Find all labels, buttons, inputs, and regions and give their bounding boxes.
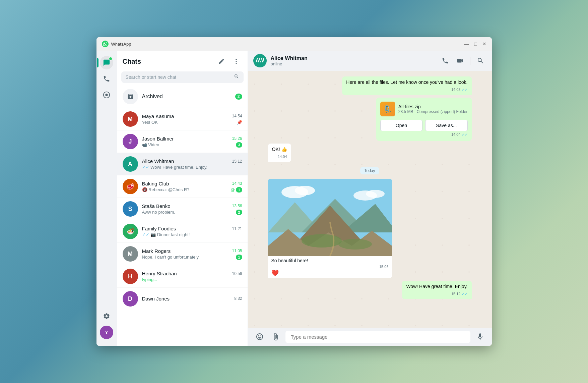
chat-name-maya: Maya Kasuma [142, 113, 174, 119]
chat-name-dawn: Dawn Jones [142, 296, 170, 302]
svg-point-16 [338, 239, 372, 250]
chat-item-family[interactable]: 🍜 Family Foodies 11:21 ✓✓ 📷 Dinner last … [117, 220, 248, 243]
svg-point-7 [295, 186, 315, 195]
file-bubble: 🗜️ All-files.zip 23.5 MB · Compressed (z… [376, 98, 472, 141]
chat-time-baking: 14:43 [232, 181, 242, 186]
chat-list-panel: Chats [117, 51, 248, 346]
svg-point-15 [302, 234, 342, 248]
maximize-button[interactable]: □ [474, 41, 477, 47]
msg-text-1: Here are all the files. Let me know once… [346, 79, 467, 85]
chat-item-jason[interactable]: J Jason Ballmer 15:26 📹 Video 3 [117, 130, 248, 153]
chats-badge [109, 57, 113, 61]
chat-time-henry: 10:56 [232, 271, 242, 276]
chat-item-baking[interactable]: 🥩 Baking Club 14:43 🔇 Rebecca: @Chris R?… [117, 175, 248, 198]
unread-badge-mark: 1 [236, 255, 242, 260]
header-divider [470, 57, 470, 65]
sidebar-item-calls[interactable] [100, 72, 113, 86]
message-input[interactable] [285, 331, 470, 343]
svg-point-2 [236, 59, 237, 60]
chat-item-stasa[interactable]: S Staša Benko 13:56 Aww no problem. 2 [117, 198, 248, 220]
photo-time: 15:06 [271, 265, 389, 269]
file-name: All-files.zip [398, 104, 468, 109]
icon-sidebar: Y [96, 51, 117, 346]
mic-button[interactable] [474, 330, 486, 343]
messages-area: Here are all the files. Let me know once… [248, 71, 492, 328]
emoji-button[interactable] [253, 330, 266, 343]
chat-list-title: Chats [123, 58, 141, 65]
sidebar-item-chats[interactable] [100, 56, 113, 69]
minimize-button[interactable]: — [464, 41, 469, 47]
chat-info-mark: Mark Rogers 11:05 Nope. I can't go unfor… [142, 248, 242, 260]
chat-header-name: Alice Whitman [271, 55, 439, 61]
chat-info-jason: Jason Ballmer 15:26 📹 Video 3 [142, 136, 242, 148]
app-title: WhatsApp [111, 42, 464, 47]
chat-list-header: Chats [117, 51, 248, 70]
save-file-button[interactable]: Save as... [425, 120, 467, 131]
archive-icon [123, 89, 138, 104]
sidebar-item-settings[interactable] [100, 310, 113, 323]
file-actions: Open Save as... [380, 120, 468, 131]
window-controls: — □ ✕ [464, 41, 486, 47]
avatar-mark: M [123, 246, 138, 262]
search-input-wrap [121, 71, 244, 83]
video-call-button[interactable] [454, 55, 466, 67]
chat-name-family: Family Foodies [142, 226, 176, 231]
svg-point-4 [236, 63, 237, 64]
avatar-jason: J [123, 134, 138, 149]
open-file-button[interactable]: Open [380, 120, 422, 131]
chat-name-jason: Jason Ballmer [142, 136, 174, 142]
new-chat-button[interactable] [215, 55, 227, 67]
chat-msg-henry: typing... [142, 277, 157, 282]
msg-received-wrap: OK! 👍 14:04 [268, 144, 472, 162]
chat-time-mark: 11:05 [232, 249, 242, 253]
active-indicator [97, 58, 99, 67]
chat-panel: AW Alice Whitman online [248, 51, 492, 346]
chat-name-alice: Alice Whitman [142, 158, 174, 164]
svg-point-3 [236, 61, 237, 62]
file-msg-time: 14:04 ✓✓ [380, 132, 468, 137]
avatar-baking: 🥩 [123, 179, 138, 194]
avatar-family: 🍜 [123, 224, 138, 239]
chat-time-maya: 14:54 [232, 114, 242, 118]
call-button[interactable] [439, 55, 451, 67]
msg-time-received-1: 14:04 [272, 154, 287, 159]
title-bar: WhatsApp — □ ✕ [96, 37, 492, 51]
msg-time-sent-2: 15:12 ✓✓ [406, 291, 467, 296]
chat-name-baking: Baking Club [142, 181, 169, 186]
search-input[interactable] [126, 74, 234, 80]
heart-reaction: ❤️ [271, 269, 389, 277]
user-avatar[interactable]: Y [100, 326, 113, 339]
chat-header-avatar[interactable]: AW [253, 54, 267, 67]
svg-point-9 [366, 190, 385, 198]
chat-item-henry[interactable]: H Henry Strachan 10:56 typing... [117, 265, 248, 288]
search-icon[interactable] [234, 74, 239, 80]
attach-button[interactable] [269, 330, 282, 343]
avatar-alice: A [123, 156, 138, 172]
chat-item-dawn[interactable]: D Dawn Jones 8:32 [117, 288, 248, 310]
chat-info-alice: Alice Whitman 15:12 ✓✓ Wow! Have great t… [142, 158, 242, 170]
chat-msg-alice: ✓✓ Wow! Have great time. Enjoy. [142, 165, 208, 170]
date-label-today: Today [360, 167, 379, 174]
nav-bottom: Y [100, 310, 113, 343]
chat-time-family: 11:21 [232, 226, 242, 231]
chat-msg-baking: 🔇 Rebecca: @Chris R? [142, 187, 190, 192]
main-area: Y Chats [96, 51, 492, 346]
chat-time-dawn: 8:32 [234, 296, 242, 301]
chat-item-alice[interactable]: A Alice Whitman 15:12 ✓✓ Wow! Have great… [117, 153, 248, 175]
user-avatar-initial: Y [105, 330, 108, 335]
menu-button[interactable] [230, 55, 242, 67]
chat-search-button[interactable] [474, 55, 486, 67]
msg-received-1: OK! 👍 14:04 [268, 144, 291, 162]
chat-info-stasa: Staša Benko 13:56 Aww no problem. 2 [142, 203, 242, 215]
avatar-henry: H [123, 269, 138, 284]
msg-sent-1: Here are all the files. Let me know once… [342, 76, 471, 95]
chat-item-mark[interactable]: M Mark Rogers 11:05 Nope. I can't go unf… [117, 243, 248, 265]
date-separator-today: Today [268, 167, 472, 173]
chat-name-stasa: Staša Benko [142, 203, 171, 209]
archived-row[interactable]: Archived 2 [117, 86, 248, 108]
input-bar [248, 328, 492, 346]
chat-info-maya: Maya Kasuma 14:54 Yes! OK 📌 [142, 113, 242, 125]
chat-item-maya[interactable]: M Maya Kasuma 14:54 Yes! OK 📌 [117, 108, 248, 130]
close-button[interactable]: ✕ [482, 41, 486, 47]
sidebar-item-status[interactable] [100, 88, 113, 102]
